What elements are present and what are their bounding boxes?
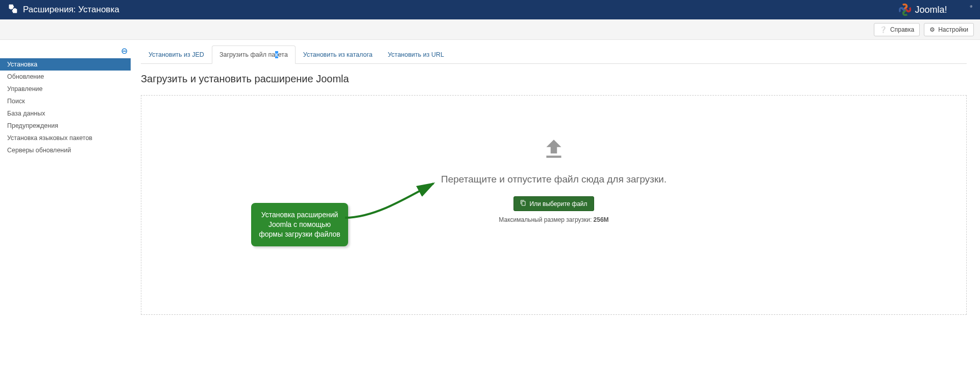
sidebar-item-label: Установка языковых пакетов [7,134,92,142]
install-tabs: Установить из JED Загрузить файл пакета … [141,45,967,64]
sidebar-item-languages[interactable]: Установка языковых пакетов [0,132,131,144]
puzzle-icon [8,4,18,16]
main-content: Установить из JED Загрузить файл пакета … [131,45,974,325]
copy-icon [520,200,526,208]
sidebar-item-label: Серверы обновлений [7,147,71,154]
dropzone-text: Перетащите и отпустите файл сюда для заг… [441,174,667,185]
app-header: Расширения: Установка Joomla! ® [0,0,980,19]
tab-install-jed[interactable]: Установить из JED [141,45,212,64]
toolbar: ❔ Справка ⚙ Настройки [0,19,980,40]
section-heading: Загрузить и установить расширение Joomla [141,73,967,85]
sidebar-item-label: База данных [7,110,45,117]
select-file-button-label: Или выберите файл [529,200,587,208]
max-upload-value: 256M [594,216,609,223]
select-file-button[interactable]: Или выберите файл [513,196,594,211]
tab-label: Установить из JED [149,51,204,58]
gear-icon: ⚙ [929,26,935,33]
tab-install-url[interactable]: Установить из URL [380,45,452,64]
sidebar-item-update[interactable]: Обновление [0,71,131,83]
max-upload-label: Максимальный размер загрузки: [499,216,593,223]
sidebar-item-label: Предупреждения [7,122,58,129]
sidebar-item-install[interactable]: Установка [0,58,131,71]
sidebar-item-update-sites[interactable]: Серверы обновлений [0,144,131,156]
sidebar-item-label: Установка [7,61,37,68]
max-upload-size: Максимальный размер загрузки: 256M [499,216,608,223]
annotation-arrow-icon [342,179,439,220]
sidebar-item-manage[interactable]: Управление [0,83,131,95]
tab-label: Установить из URL [388,51,444,58]
tab-label-post: ета [278,51,288,58]
help-button-label: Справка [890,26,914,33]
tab-label: Установить из каталога [303,51,373,58]
options-button[interactable]: ⚙ Настройки [924,23,974,36]
sidebar: ⊖ Установка Обновление Управление Поиск … [0,45,131,156]
annotation-text: Установка расширений Joomla с помощью фо… [259,211,340,238]
sidebar-item-discover[interactable]: Поиск [0,95,131,107]
svg-text:®: ® [970,5,973,8]
sidebar-item-label: Поиск [7,98,25,105]
annotation-callout: Установка расширений Joomla с помощью фо… [251,203,348,246]
page-title: Расширения: Установка [23,5,119,15]
upload-icon [541,136,567,164]
sidebar-item-database[interactable]: База данных [0,107,131,120]
help-button[interactable]: ❔ Справка [874,23,920,36]
help-icon: ❔ [879,26,887,33]
tab-upload-package[interactable]: Загрузить файл пакета [212,45,296,64]
sidebar-item-warnings[interactable]: Предупреждения [0,120,131,132]
brand-text: Joomla! [915,5,947,15]
sidebar-item-label: Обновление [7,73,44,80]
sidebar-item-label: Управление [7,85,43,93]
tab-label-pre: Загрузить файл па [219,51,275,58]
options-button-label: Настройки [938,26,968,33]
sidebar-list: Установка Обновление Управление Поиск Ба… [0,58,131,156]
sidebar-collapse-icon[interactable]: ⊖ [121,46,128,56]
tab-install-folder[interactable]: Установить из каталога [296,45,380,64]
upload-dropzone[interactable]: Перетащите и отпустите файл сюда для заг… [141,95,967,315]
brand-logo: Joomla! ® [897,0,974,19]
